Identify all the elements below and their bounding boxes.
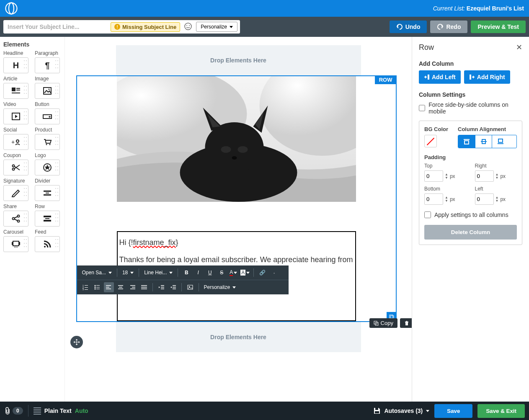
- copy-button[interactable]: Copy: [369, 318, 397, 328]
- bg-color-swatch[interactable]: [424, 135, 437, 147]
- svg-point-45: [232, 156, 237, 160]
- element-tile-divider[interactable]: [35, 185, 60, 201]
- svg-point-44: [237, 146, 248, 153]
- element-tile-signature[interactable]: [3, 185, 28, 201]
- svg-rect-75: [173, 289, 176, 289]
- svg-rect-31: [19, 242, 20, 245]
- strike-button[interactable]: S: [217, 268, 227, 278]
- close-icon[interactable]: ✕: [516, 43, 522, 52]
- svg-point-35: [44, 246, 46, 247]
- align-right-button[interactable]: [127, 282, 137, 292]
- element-tile-headline[interactable]: H: [3, 57, 28, 73]
- emoji-button[interactable]: [183, 22, 193, 31]
- align-bottom-button[interactable]: [492, 135, 508, 148]
- element-tile-button[interactable]: [35, 108, 60, 124]
- move-handle[interactable]: [70, 336, 83, 348]
- element-tile-paragraph[interactable]: ¶: [35, 57, 60, 73]
- line-height-select[interactable]: Line Hei...: [142, 269, 174, 276]
- element-tile-coupon[interactable]: [3, 160, 28, 175]
- align-justify-button[interactable]: [139, 282, 149, 292]
- svg-rect-49: [85, 287, 88, 288]
- unordered-list-button[interactable]: [92, 282, 102, 292]
- row-element[interactable]: ROW: [76, 75, 397, 322]
- pad-top-input[interactable]: [424, 170, 443, 182]
- delete-column-button[interactable]: Delete Column: [424, 225, 517, 240]
- personalize-button[interactable]: Personalize: [196, 22, 237, 32]
- pad-left-input[interactable]: [475, 193, 494, 205]
- apply-all-checkbox[interactable]: [424, 211, 431, 218]
- svg-rect-89: [498, 143, 503, 144]
- svg-rect-47: [85, 285, 88, 286]
- cat-image[interactable]: [117, 76, 356, 202]
- drop-zone-bottom[interactable]: Drop Elements Here: [116, 322, 361, 352]
- link-button[interactable]: 🔗: [257, 268, 267, 278]
- insert-image-button[interactable]: [185, 282, 195, 292]
- add-column-label: Add Column: [419, 60, 522, 67]
- underline-button[interactable]: U: [205, 268, 215, 278]
- svg-rect-71: [161, 287, 164, 288]
- svg-point-33: [15, 247, 16, 247]
- svg-rect-86: [464, 141, 469, 144]
- font-size-select[interactable]: 18: [121, 269, 135, 276]
- font-family-select[interactable]: Open Sa...: [80, 269, 114, 276]
- element-tile-video[interactable]: [3, 108, 28, 124]
- align-middle-button[interactable]: [475, 135, 492, 148]
- ordered-list-button[interactable]: 123: [80, 282, 90, 292]
- svg-rect-66: [130, 289, 135, 289]
- element-label: Product: [35, 127, 61, 133]
- outdent-button[interactable]: [156, 282, 166, 292]
- element-tile-logo[interactable]: [35, 160, 60, 175]
- element-label: Signature: [3, 178, 30, 184]
- force-sbs-label: Force side-by-side columns on mobile: [428, 101, 522, 115]
- force-sbs-checkbox[interactable]: [419, 105, 425, 111]
- alignment-group: [458, 135, 517, 148]
- italic-button[interactable]: I: [193, 268, 203, 278]
- unlink-button[interactable]: ⬩: [269, 268, 279, 278]
- svg-rect-21: [46, 193, 49, 193]
- element-tile-product[interactable]: [35, 134, 60, 150]
- element-tile-article[interactable]: [3, 83, 28, 99]
- undo-icon: [396, 24, 403, 30]
- element-tile-share[interactable]: [3, 211, 28, 227]
- column-settings-label: Column Settings: [419, 91, 522, 98]
- svg-point-10: [49, 89, 50, 90]
- redo-icon: [437, 24, 444, 30]
- element-label: Carousel: [3, 229, 30, 235]
- highlight-button[interactable]: A: [240, 268, 250, 278]
- add-left-button[interactable]: Add Left: [419, 70, 461, 84]
- bold-button[interactable]: B: [181, 268, 191, 278]
- element-label: Button: [35, 101, 61, 107]
- elements-title: Elements: [3, 41, 61, 48]
- pad-right-input[interactable]: [475, 170, 494, 182]
- subject-input[interactable]: [6, 22, 107, 32]
- indent-button[interactable]: [168, 282, 178, 292]
- svg-rect-90: [498, 139, 503, 142]
- svg-point-54: [94, 287, 95, 288]
- element-tile-carousel[interactable]: [3, 236, 28, 252]
- personalize-dropdown[interactable]: Personalize: [202, 283, 238, 291]
- align-top-button[interactable]: [458, 135, 475, 148]
- element-tile-feed[interactable]: [35, 236, 60, 252]
- canvas[interactable]: Drop Elements Here ROW: [65, 37, 412, 402]
- element-label: Headline: [3, 50, 30, 56]
- svg-rect-36: [390, 315, 393, 318]
- text-color-button[interactable]: A: [228, 268, 238, 278]
- svg-rect-20: [44, 191, 51, 192]
- element-label: Share: [3, 204, 30, 209]
- svg-rect-84: [470, 75, 471, 80]
- align-left-button[interactable]: [104, 282, 114, 292]
- drop-zone-top[interactable]: Drop Elements Here: [116, 45, 361, 75]
- delete-button[interactable]: Delete: [400, 318, 412, 328]
- element-tile-image[interactable]: [35, 83, 60, 99]
- redo-button[interactable]: Redo: [430, 21, 467, 33]
- add-right-button[interactable]: Add Right: [464, 70, 510, 84]
- preview-test-button[interactable]: Preview & Test: [471, 21, 526, 33]
- element-tile-social[interactable]: +: [3, 134, 28, 150]
- undo-button[interactable]: Undo: [390, 21, 427, 33]
- element-tile-row[interactable]: [35, 211, 60, 227]
- element-label: Social: [3, 127, 30, 133]
- align-center-button[interactable]: [116, 282, 126, 292]
- logo[interactable]: [5, 2, 18, 15]
- svg-rect-81: [405, 322, 408, 322]
- pad-bottom-input[interactable]: [424, 193, 443, 205]
